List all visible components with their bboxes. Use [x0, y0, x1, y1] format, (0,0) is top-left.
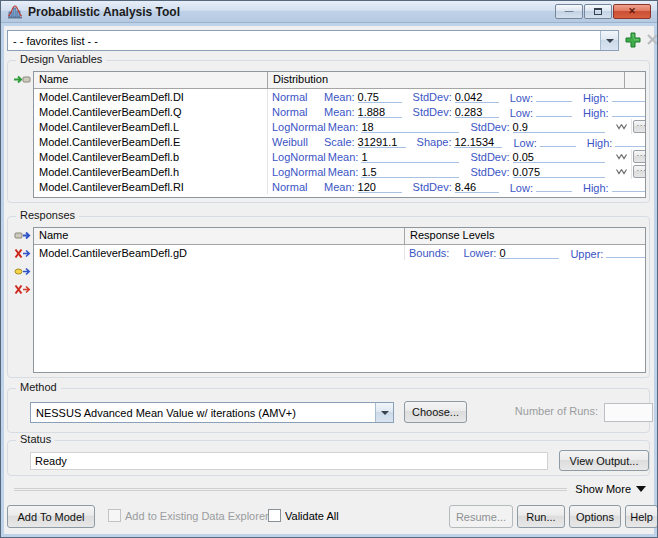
row-details-button[interactable]: ... [633, 165, 645, 178]
checkbox-icon[interactable] [268, 509, 281, 522]
distribution-type[interactable]: Weibull [272, 136, 324, 148]
field-value[interactable] [612, 90, 645, 102]
dist-field: High: [583, 180, 645, 194]
variable-name[interactable]: Model.CantileverBeamDefl.L [34, 119, 268, 134]
field-value[interactable]: 31291.1 [358, 136, 406, 148]
distribution-cell: NormalMean:1.888StdDev:0.283Low:High: [268, 104, 645, 119]
column-header-response-levels[interactable]: Response Levels [405, 228, 645, 244]
add-variable-icon[interactable] [14, 74, 31, 85]
response-row[interactable]: Model.CantileverBeamDefl.gDBounds:Lower:… [34, 245, 645, 260]
view-output-button[interactable]: View Output... [559, 450, 649, 471]
design-variables-header[interactable]: Name Distribution [34, 72, 645, 89]
field-value[interactable]: 8.46 [455, 181, 499, 193]
field-value[interactable] [612, 105, 645, 117]
field-value[interactable] [536, 90, 572, 102]
design-variable-row[interactable]: Model.CantileverBeamDefl.RINormalMean:12… [34, 179, 645, 194]
minimize-button[interactable]: — [555, 4, 583, 19]
field-label: Mean: [324, 181, 355, 193]
favorites-dropdown-button[interactable] [600, 31, 618, 50]
add-response-icon[interactable] [14, 230, 31, 241]
dist-field: Lower:0 [463, 247, 559, 259]
design-variable-row[interactable]: Model.CantileverBeamDefl.EWeibullScale:3… [34, 134, 645, 149]
maximize-button[interactable] [584, 4, 612, 19]
validate-all-checkbox[interactable]: Validate All [268, 509, 339, 522]
field-value[interactable] [606, 246, 645, 258]
variable-name[interactable]: Model.CantileverBeamDefl.E [34, 134, 268, 149]
field-value[interactable] [615, 135, 645, 147]
column-header-name[interactable]: Name [34, 228, 405, 244]
design-variable-row[interactable]: Model.CantileverBeamDefl.DINormalMean:0.… [34, 89, 645, 104]
method-dropdown-button[interactable] [375, 403, 393, 422]
method-group: Method NESSUS Advanced Mean Value w/ ite… [7, 388, 650, 433]
distribution-type[interactable]: Normal [272, 181, 324, 193]
field-value[interactable] [540, 135, 576, 147]
expand-row-chevron-icon[interactable] [616, 169, 627, 175]
field-value[interactable]: 12.1534 [454, 136, 502, 148]
response-levels-cell: Bounds:Lower:0Upper: [405, 245, 645, 260]
variable-name[interactable]: Model.CantileverBeamDefl.DI [34, 89, 268, 104]
distribution-type[interactable]: Normal [272, 106, 324, 118]
design-variable-row[interactable]: Model.CantileverBeamDefl.bLogNormalMean:… [34, 149, 645, 164]
variable-name[interactable]: Model.CantileverBeamDefl.RI [34, 179, 268, 194]
distribution-cell: WeibullScale:31291.1Shape:12.1534Low:Hig… [268, 134, 645, 149]
field-value[interactable] [536, 105, 572, 117]
validate-all-label[interactable]: Validate All [285, 510, 339, 522]
add-favorite-icon[interactable] [625, 32, 641, 48]
field-value[interactable]: 0.9 [513, 121, 605, 133]
add-response-level-icon[interactable] [14, 266, 31, 277]
titlebar[interactable]: Probabilistic Analysis Tool — ✕ [1, 1, 657, 23]
remove-response-icon[interactable] [14, 248, 31, 259]
distribution-type[interactable]: Normal [272, 91, 324, 103]
field-value[interactable]: 1 [361, 151, 459, 163]
field-value[interactable]: 1.5 [361, 166, 459, 178]
field-value[interactable]: 0.075 [513, 166, 605, 178]
favorites-combobox[interactable]: - - favorites list - - [7, 30, 619, 51]
field-value[interactable]: 18 [361, 121, 459, 133]
add-to-model-button[interactable]: Add To Model [7, 505, 95, 528]
field-label: Mean: [328, 121, 359, 133]
method-selected-value: NESSUS Advanced Mean Value w/ iterations… [31, 407, 375, 419]
more-cell: ... [632, 119, 645, 134]
method-combobox[interactable]: NESSUS Advanced Mean Value w/ iterations… [30, 402, 394, 423]
show-more-arrow-icon[interactable] [636, 486, 646, 492]
column-header-distribution[interactable]: Distribution [268, 72, 625, 88]
distribution-type[interactable]: LogNormal [272, 151, 328, 163]
variable-name[interactable]: Model.CantileverBeamDefl.b [34, 149, 268, 164]
choose-method-button[interactable]: Choose... [404, 401, 467, 423]
response-name[interactable]: Model.CantileverBeamDefl.gD [34, 245, 405, 260]
design-variable-row[interactable]: Model.CantileverBeamDefl.hLogNormalMean:… [34, 164, 645, 179]
field-value[interactable]: 0.75 [358, 91, 402, 103]
responses-header[interactable]: Name Response Levels [34, 228, 645, 245]
field-value[interactable]: 0.05 [513, 151, 605, 163]
variable-name[interactable]: Model.CantileverBeamDefl.Q [34, 104, 268, 119]
help-button[interactable]: Help [625, 505, 658, 528]
delete-favorite-icon [646, 33, 658, 46]
variable-name[interactable]: Model.CantileverBeamDefl.h [34, 164, 268, 179]
field-value[interactable]: 0 [499, 247, 559, 259]
field-value[interactable]: 1.888 [358, 106, 402, 118]
dist-field: Mean:0.75 [324, 91, 402, 103]
design-variable-row[interactable]: Model.CantileverBeamDefl.QNormalMean:1.8… [34, 104, 645, 119]
field-value[interactable] [536, 180, 572, 192]
expand-row-chevron-icon[interactable] [616, 154, 627, 160]
design-variable-row[interactable]: Model.CantileverBeamDefl.LLogNormalMean:… [34, 119, 645, 134]
options-button[interactable]: Options [569, 505, 621, 528]
distribution-type[interactable]: LogNormal [272, 121, 328, 133]
remove-response-level-icon[interactable] [14, 284, 31, 295]
show-more-label[interactable]: Show More [575, 483, 631, 495]
distribution-cell: NormalMean:120StdDev:8.46Low:High: [268, 179, 645, 194]
column-header-name[interactable]: Name [34, 72, 268, 88]
field-value[interactable]: 0.042 [455, 91, 499, 103]
run-button[interactable]: Run... [517, 505, 565, 528]
field-value[interactable]: 120 [358, 181, 402, 193]
show-more-row[interactable]: Show More [14, 481, 646, 497]
field-value[interactable]: 0.283 [455, 106, 499, 118]
expand-row-chevron-icon[interactable] [616, 124, 627, 130]
responses-group: Responses [7, 216, 650, 378]
row-details-button[interactable]: ... [633, 150, 645, 163]
row-details-button[interactable]: ... [633, 120, 645, 133]
close-button[interactable]: ✕ [613, 4, 651, 19]
app-window: Probabilistic Analysis Tool — ✕ - - favo… [0, 0, 658, 538]
distribution-type[interactable]: LogNormal [272, 166, 328, 178]
field-value[interactable] [612, 180, 645, 192]
